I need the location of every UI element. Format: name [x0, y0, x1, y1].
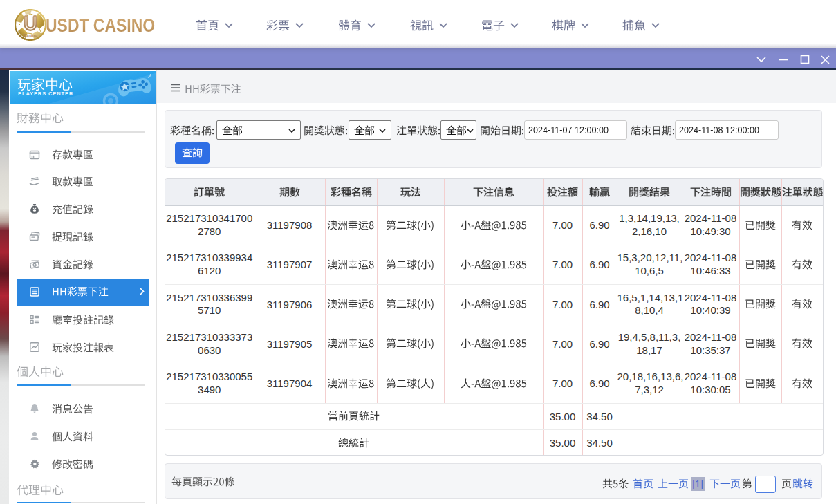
svg-text:Casino: Casino — [24, 33, 37, 37]
